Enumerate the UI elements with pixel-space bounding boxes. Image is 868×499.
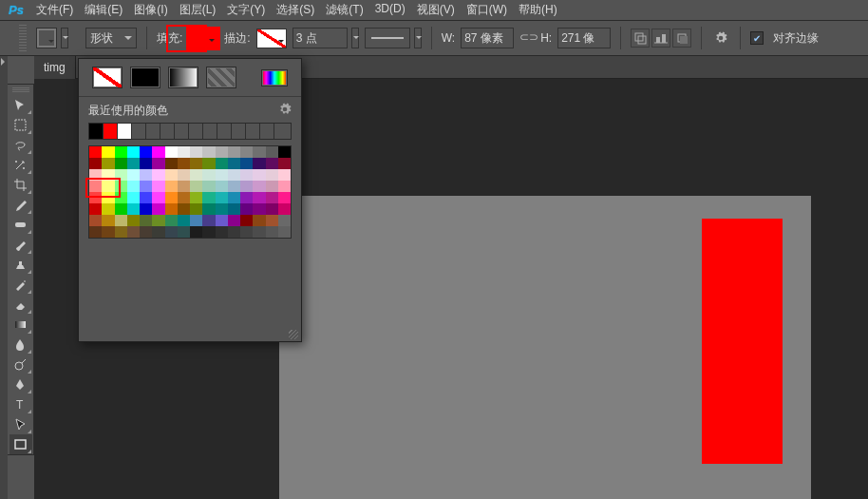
color-swatch[interactable]: [178, 192, 190, 203]
color-swatch[interactable]: [140, 146, 152, 158]
color-swatch[interactable]: [140, 203, 152, 215]
color-swatch[interactable]: [152, 226, 164, 238]
color-swatch[interactable]: [278, 203, 291, 215]
recent-swatch[interactable]: [189, 124, 203, 139]
color-swatch[interactable]: [278, 169, 291, 181]
color-swatch[interactable]: [178, 226, 190, 238]
color-swatch[interactable]: [216, 158, 228, 169]
color-swatch[interactable]: [140, 215, 152, 226]
recent-swatch[interactable]: [217, 124, 232, 139]
color-swatch[interactable]: [190, 192, 202, 203]
rectangle-tool[interactable]: [9, 434, 32, 454]
gradient-tool[interactable]: [9, 315, 32, 335]
color-swatch[interactable]: [202, 203, 215, 215]
color-swatch[interactable]: [228, 146, 240, 158]
color-swatch[interactable]: [165, 146, 178, 158]
color-swatch[interactable]: [127, 192, 140, 203]
healing-brush-tool[interactable]: [9, 215, 32, 235]
color-swatch[interactable]: [115, 192, 127, 203]
color-swatch[interactable]: [216, 192, 228, 203]
stroke-color-swatch[interactable]: [256, 29, 287, 48]
color-swatch[interactable]: [178, 215, 190, 226]
color-swatch[interactable]: [216, 169, 228, 181]
lasso-tool[interactable]: [9, 135, 32, 155]
color-swatch[interactable]: [253, 158, 265, 169]
color-swatch[interactable]: [228, 192, 240, 203]
color-swatch[interactable]: [240, 226, 253, 238]
height-field[interactable]: 271 像: [557, 28, 611, 48]
color-swatch[interactable]: [140, 192, 152, 203]
color-swatch[interactable]: [278, 158, 291, 169]
brush-tool[interactable]: [9, 235, 32, 255]
color-swatch[interactable]: [102, 169, 114, 181]
color-swatch[interactable]: [89, 169, 102, 181]
path-selection-tool[interactable]: [9, 414, 32, 434]
stroke-width-dropdown[interactable]: [351, 28, 359, 48]
color-swatch[interactable]: [89, 181, 102, 192]
menu-item[interactable]: 窗口(W): [461, 0, 513, 20]
color-swatch[interactable]: [152, 169, 164, 181]
pen-tool[interactable]: [9, 374, 32, 394]
color-swatch[interactable]: [165, 169, 178, 181]
blur-tool[interactable]: [9, 335, 32, 355]
color-swatch[interactable]: [140, 226, 152, 238]
move-tool[interactable]: [9, 95, 32, 115]
color-swatch[interactable]: [152, 203, 164, 215]
color-swatch[interactable]: [165, 158, 178, 169]
color-swatch[interactable]: [228, 203, 240, 215]
color-swatch[interactable]: [140, 158, 152, 169]
menu-item[interactable]: 滤镜(T): [320, 0, 368, 20]
color-swatch[interactable]: [89, 192, 102, 203]
color-swatch[interactable]: [89, 226, 102, 238]
color-swatch[interactable]: [266, 192, 278, 203]
color-swatch[interactable]: [240, 146, 253, 158]
shape-mode-dropdown[interactable]: 形状: [85, 28, 137, 48]
color-swatch[interactable]: [89, 215, 102, 226]
crop-tool[interactable]: [9, 175, 32, 195]
color-swatch[interactable]: [253, 215, 265, 226]
color-swatch[interactable]: [190, 169, 202, 181]
color-swatch[interactable]: [253, 169, 265, 181]
color-swatch[interactable]: [140, 169, 152, 181]
color-swatch[interactable]: [178, 158, 190, 169]
color-swatch[interactable]: [190, 158, 202, 169]
menu-item[interactable]: 图像(I): [128, 0, 173, 20]
color-swatch[interactable]: [102, 158, 114, 169]
grip-handle[interactable]: [19, 25, 27, 51]
color-swatch[interactable]: [228, 181, 240, 192]
color-swatch[interactable]: [152, 192, 164, 203]
color-swatch[interactable]: [115, 181, 127, 192]
color-swatch[interactable]: [202, 181, 215, 192]
color-swatch[interactable]: [115, 215, 127, 226]
color-swatch[interactable]: [216, 203, 228, 215]
menu-item[interactable]: 图层(L): [174, 0, 222, 20]
type-tool[interactable]: T: [9, 394, 32, 414]
color-swatch[interactable]: [190, 203, 202, 215]
color-swatch[interactable]: [228, 226, 240, 238]
shape-rectangle[interactable]: [702, 219, 783, 464]
stroke-style-arrow[interactable]: [414, 28, 422, 48]
color-swatch[interactable]: [240, 169, 253, 181]
pattern-mode[interactable]: [206, 67, 236, 88]
color-swatch[interactable]: [102, 146, 114, 158]
color-swatch[interactable]: [216, 226, 228, 238]
color-swatch[interactable]: [202, 158, 215, 169]
recent-swatch[interactable]: [146, 124, 160, 139]
color-swatch[interactable]: [240, 203, 253, 215]
color-swatch[interactable]: [190, 181, 202, 192]
menu-item[interactable]: 帮助(H): [513, 0, 563, 20]
align-edges-checkbox[interactable]: ✔: [750, 31, 764, 45]
color-swatch[interactable]: [178, 181, 190, 192]
color-swatch[interactable]: [102, 215, 114, 226]
path-operations-button[interactable]: [631, 29, 650, 48]
menu-item[interactable]: 3D(D): [369, 0, 411, 20]
eraser-tool[interactable]: [9, 295, 32, 315]
dodge-tool[interactable]: [9, 355, 32, 374]
color-swatch[interactable]: [278, 146, 291, 158]
color-swatch[interactable]: [127, 169, 140, 181]
color-swatch[interactable]: [127, 146, 140, 158]
panel-collapse-strip[interactable]: [0, 56, 8, 499]
recent-swatch[interactable]: [132, 124, 146, 139]
color-swatch[interactable]: [278, 192, 291, 203]
color-swatch[interactable]: [202, 226, 215, 238]
